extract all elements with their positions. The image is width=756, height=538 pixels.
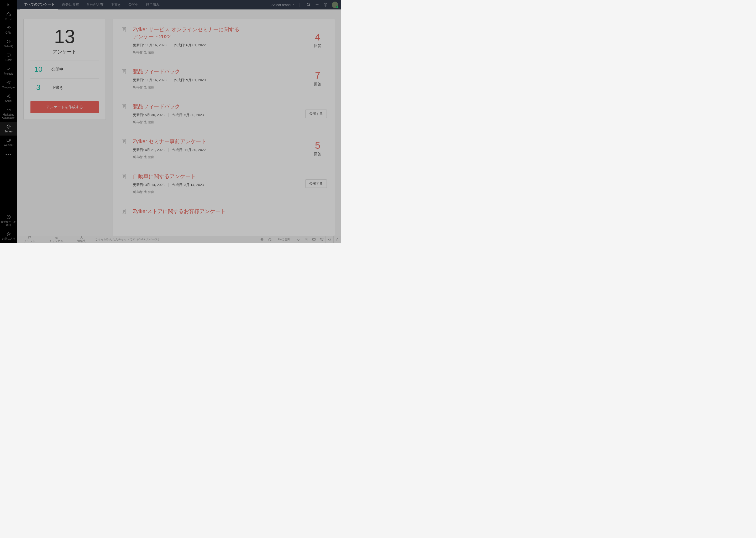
survey-meta: 更新日: 5月 30, 2023作成日: 5月 30, 2023: [133, 113, 300, 117]
publish-button[interactable]: 公開する: [305, 110, 327, 118]
total-surveys-label: アンケート: [24, 49, 106, 55]
survey-meta: 更新日: 4月 21, 2023作成日: 11月 30, 2022: [133, 148, 303, 152]
collapse-sidebar-button[interactable]: [0, 0, 17, 10]
svg-point-0: [7, 40, 10, 43]
chat-placeholder: こちらがかんたんチャットです（Ctrl + スペース）: [95, 238, 161, 242]
bottombar-channel[interactable]: チャンネル: [42, 236, 71, 243]
tab-label: 下書き: [111, 2, 121, 7]
svg-point-5: [10, 97, 10, 98]
svg-point-4: [10, 94, 10, 95]
bb-alarm-icon[interactable]: [318, 236, 325, 243]
sidebar-label: お気に入り: [2, 237, 15, 241]
bb-label: 連絡先: [77, 239, 86, 243]
survey-title: 製品フィードバック: [133, 103, 243, 110]
sidebar-item-social[interactable]: Social: [0, 91, 17, 105]
updated-date: 更新日: 4月 21, 2023: [133, 148, 165, 152]
survey-item[interactable]: Zylker サービス オンラインセミナーに関するアンケート2022更新日: 1…: [113, 19, 335, 61]
sidebar-item-survey[interactable]: Survey: [0, 122, 17, 135]
created-date: 作成日: 9月 01, 2020: [174, 78, 206, 82]
survey-title: 製品フィードバック: [133, 68, 243, 75]
bb-headset-icon[interactable]: [266, 236, 274, 243]
bb-note-icon[interactable]: [302, 236, 310, 243]
survey-item[interactable]: Zylker セミナー事前アンケート更新日: 4月 21, 2023作成日: 1…: [113, 131, 335, 166]
published-stat-row[interactable]: 10 公開中: [24, 60, 106, 78]
survey-owner: 所有者: 宏 佐藤: [133, 120, 300, 125]
svg-point-10: [325, 4, 326, 5]
survey-info: Zylker サービス オンラインセミナーに関するアンケート2022更新日: 1…: [133, 26, 303, 55]
tab-label: 自分に共有: [62, 2, 79, 7]
bb-record-icon[interactable]: [258, 236, 266, 243]
sidebar-label: Projects: [4, 72, 13, 76]
sidebar-label: Desk: [6, 59, 12, 62]
sidebar-item-campaigns[interactable]: Campaigns: [0, 78, 17, 91]
response-count: 5: [315, 141, 320, 150]
bottom-bar: チャット チャンネル 連絡先 こちらがかんたんチャットです（Ctrl + スペー…: [17, 236, 341, 243]
create-survey-button[interactable]: アンケートを作成する: [30, 101, 99, 113]
sidebar-recent[interactable]: 最近使用した項目: [0, 212, 17, 229]
survey-right: 4回答: [308, 26, 327, 55]
survey-list[interactable]: Zylker サービス オンラインセミナーに関するアンケート2022更新日: 1…: [113, 19, 335, 236]
zia-ask[interactable]: Ziaに質問: [274, 236, 294, 243]
search-button[interactable]: [305, 1, 313, 9]
gear-icon: [323, 3, 328, 7]
bb-briefcase-icon[interactable]: [333, 236, 341, 243]
svg-rect-2: [7, 54, 10, 56]
draft-label: 下書き: [51, 85, 63, 90]
add-button[interactable]: [313, 1, 321, 9]
sidebar-item-crm[interactable]: CRM: [0, 23, 17, 37]
sidebar-item-projects[interactable]: Projects: [0, 64, 17, 78]
svg-rect-7: [7, 139, 10, 141]
sidebar-item-home[interactable]: ホーム: [0, 10, 17, 23]
tab-shared-with-me[interactable]: 自分に共有: [58, 0, 83, 10]
survey-info: 製品フィードバック更新日: 11月 16, 2023作成日: 9月 01, 20…: [133, 68, 303, 89]
survey-owner: 所有者: 宏 佐藤: [133, 190, 300, 194]
svg-rect-25: [336, 239, 339, 241]
svg-point-18: [57, 237, 57, 238]
svg-point-9: [307, 3, 309, 6]
response-count: 7: [315, 71, 320, 81]
survey-item[interactable]: 製品フィードバック更新日: 11月 16, 2023作成日: 9月 01, 20…: [113, 61, 335, 96]
more-apps-button[interactable]: •••: [0, 149, 17, 160]
svg-rect-23: [312, 238, 315, 240]
brand-selector[interactable]: Select brand: [271, 3, 300, 7]
bb-label: チャンネル: [49, 239, 64, 243]
settings-button[interactable]: [321, 1, 330, 9]
main-content: 13 アンケート 10 公開中 3 下書き アンケートを作成する Zylker …: [17, 10, 341, 236]
draft-stat-row[interactable]: 3 下書き: [24, 79, 106, 96]
survey-info: Zylker セミナー事前アンケート更新日: 4月 21, 2023作成日: 1…: [133, 138, 303, 159]
bb-announce-icon[interactable]: [325, 236, 333, 243]
survey-item[interactable]: 自動車に関するアンケート更新日: 3月 14, 2023作成日: 3月 14, …: [113, 166, 335, 201]
bb-label: チャット: [24, 239, 35, 243]
survey-item[interactable]: 製品フィードバック更新日: 5月 30, 2023作成日: 5月 30, 202…: [113, 96, 335, 131]
bottombar-chat[interactable]: チャット: [17, 236, 42, 243]
top-bar: すべてのアンケート 自分に共有 自分が共有 下書き 公開中 終了済み Selec…: [17, 0, 341, 10]
svg-point-3: [7, 96, 8, 97]
tab-shared-by-me[interactable]: 自分が共有: [83, 0, 107, 10]
bb-signature-icon[interactable]: [294, 236, 302, 243]
survey-item[interactable]: Zylkerストアに関するお客様アンケート: [113, 201, 335, 224]
quick-chat-input[interactable]: こちらがかんたんチャットです（Ctrl + スペース）: [93, 236, 258, 243]
sidebar-item-marketing-automation[interactable]: Marketing Automation: [0, 105, 17, 122]
bottombar-contacts[interactable]: 連絡先: [71, 236, 93, 243]
document-icon: [121, 173, 127, 181]
sidebar-item-desk[interactable]: Desk: [0, 50, 17, 64]
survey-right: 公開する: [305, 173, 327, 194]
sidebar-favorites[interactable]: お気に入り: [0, 229, 17, 243]
survey-info: Zylkerストアに関するお客様アンケート: [133, 208, 303, 218]
sidebar-label: Marketing Automation: [0, 113, 17, 120]
tab-all-surveys[interactable]: すべてのアンケート: [20, 0, 58, 10]
sidebar-label: ホーム: [5, 18, 13, 21]
tab-closed[interactable]: 終了済み: [142, 0, 163, 10]
survey-meta: 更新日: 11月 16, 2023作成日: 9月 01, 2020: [133, 78, 303, 82]
user-avatar[interactable]: [332, 2, 338, 8]
document-icon: [121, 27, 127, 34]
publish-button[interactable]: 公開する: [305, 180, 327, 188]
sidebar-item-webinar[interactable]: Webinar: [0, 135, 17, 149]
bb-screen-icon[interactable]: [310, 236, 318, 243]
tab-published[interactable]: 公開中: [125, 0, 142, 10]
zia-label: Ziaに質問: [278, 238, 290, 242]
survey-title: Zylkerストアに関するお客様アンケート: [133, 208, 243, 215]
summary-card: 13 アンケート 10 公開中 3 下書き アンケートを作成する: [24, 19, 106, 120]
tab-draft[interactable]: 下書き: [107, 0, 125, 10]
sidebar-item-salesiq[interactable]: SalesIQ: [0, 37, 17, 50]
